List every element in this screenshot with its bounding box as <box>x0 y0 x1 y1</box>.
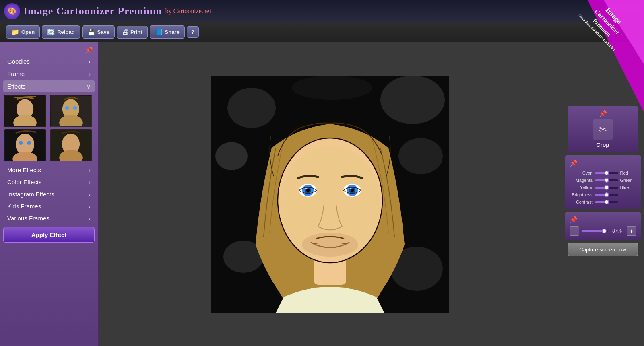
capture-screen-button[interactable]: Capture screen now <box>568 243 638 256</box>
svg-point-7 <box>65 106 69 110</box>
zoom-controls: − 87% + <box>570 226 636 236</box>
thumbnail-1[interactable] <box>4 95 46 127</box>
zoom-panel-pin-icon: 📌 <box>570 216 578 224</box>
sidebar-item-instagram-effects[interactable]: Instagram Effects › <box>3 188 95 200</box>
window-controls: — □ ✕ <box>606 4 640 12</box>
canvas-area <box>99 42 561 346</box>
maximize-button[interactable]: □ <box>618 4 628 12</box>
color-adjustment-panel: 📌 Cyan Red Magenta Green <box>565 155 641 209</box>
svg-rect-27 <box>314 253 346 285</box>
app-subtitle: by Cartoonize.net <box>165 8 211 15</box>
thumb-face-4 <box>51 129 91 161</box>
sidebar-item-more-effects[interactable]: More Effects › <box>3 164 95 176</box>
chevron-down-icon: ∨ <box>87 83 91 90</box>
save-icon: 💾 <box>87 28 95 36</box>
chevron-right-icon: › <box>89 179 91 185</box>
crop-label: Crop <box>596 142 609 148</box>
help-button[interactable]: ? <box>187 26 199 38</box>
main-layout: 📌 Goodies › Frame › Effects ∨ <box>0 42 644 346</box>
yellow-label: Yellow <box>570 185 593 190</box>
svg-point-37 <box>350 188 352 189</box>
cyan-label: Cyan <box>570 171 593 175</box>
svg-point-8 <box>73 106 77 110</box>
main-image[interactable] <box>211 76 449 313</box>
chevron-right-icon: › <box>89 167 91 173</box>
toolbar: 📁 Open 🔄 Reload 💾 Save 🖨 Print 📘 Share ? <box>0 22 644 42</box>
thumb-face-2 <box>51 95 91 127</box>
sidebar-item-kids-frames[interactable]: Kids Frames › <box>3 200 95 212</box>
zoom-in-button[interactable]: + <box>627 226 636 236</box>
sidebar-item-various-frames[interactable]: Various Frames › <box>3 212 95 224</box>
portrait-svg <box>211 76 449 313</box>
thumbnail-2[interactable] <box>50 95 92 127</box>
sidebar-item-goodies[interactable]: Goodies › <box>3 56 95 67</box>
app-logo: 🎨 <box>4 3 20 19</box>
magenta-green-slider-row: Magenta Green <box>570 178 636 183</box>
sidebar: 📌 Goodies › Frame › Effects ∨ <box>0 42 99 346</box>
green-label: Green <box>620 178 636 183</box>
sidebar-item-frame[interactable]: Frame › <box>3 68 95 80</box>
right-panel: 📌 ✂ Crop 📌 Cyan Red Magenta <box>561 42 644 346</box>
svg-point-21 <box>398 138 443 174</box>
chevron-right-icon: › <box>89 191 91 198</box>
thumb-face-1 <box>5 95 45 127</box>
save-button[interactable]: 💾 Save <box>82 25 115 39</box>
blue-label: Blue <box>620 185 636 190</box>
svg-point-20 <box>215 142 248 170</box>
svg-point-19 <box>380 76 445 124</box>
app-title: Image Cartoonizer Premium <box>23 5 162 17</box>
zoom-slider-container <box>582 230 608 232</box>
reload-button[interactable]: 🔄 Reload <box>42 25 80 39</box>
thumbnail-4[interactable] <box>50 129 92 161</box>
open-icon: 📁 <box>11 28 19 36</box>
open-button[interactable]: 📁 Open <box>6 25 40 39</box>
red-label: Red <box>620 171 636 175</box>
apply-effect-button[interactable]: Apply Effect <box>3 227 95 243</box>
color-panel-header: 📌 <box>570 159 636 167</box>
logo-icon: 🎨 <box>8 7 17 16</box>
yellow-blue-track <box>595 187 618 189</box>
svg-point-12 <box>19 141 23 145</box>
cyan-red-track <box>595 172 618 174</box>
sidebar-header: 📌 <box>3 45 95 55</box>
svg-point-24 <box>292 76 372 100</box>
chevron-right-icon: › <box>89 203 91 210</box>
magenta-label: Magenta <box>570 178 593 183</box>
brightness-track <box>595 194 618 196</box>
svg-point-13 <box>27 141 31 145</box>
magenta-green-track <box>595 179 618 181</box>
share-icon: 📘 <box>155 28 163 36</box>
close-button[interactable]: ✕ <box>630 4 640 12</box>
chevron-right-icon: › <box>89 58 91 65</box>
reload-icon: 🔄 <box>47 28 55 36</box>
zoom-in-icon: + <box>630 228 633 234</box>
sidebar-item-effects[interactable]: Effects ∨ <box>3 80 95 92</box>
minimize-button[interactable]: — <box>606 4 616 12</box>
contrast-label: Contrast <box>570 200 593 204</box>
zoom-out-button[interactable]: − <box>570 226 579 236</box>
cyan-red-slider-row: Cyan Red <box>570 171 636 175</box>
print-button[interactable]: 🖨 Print <box>117 26 148 39</box>
sidebar-item-color-effects[interactable]: Color Effects › <box>3 176 95 188</box>
svg-point-18 <box>227 88 276 128</box>
thumbnails-grid <box>3 93 95 163</box>
zoom-panel: 📌 − 87% + <box>565 212 641 240</box>
thumbnail-3[interactable] <box>4 129 46 161</box>
zoom-panel-header: 📌 <box>570 216 636 224</box>
contrast-track <box>595 201 618 203</box>
zoom-out-icon: − <box>572 228 576 234</box>
effects-submenu: More Effects › Color Effects › Instagram… <box>3 164 95 224</box>
crop-section: 📌 ✂ Crop <box>568 106 638 152</box>
brightness-label: Brightness <box>570 192 593 197</box>
share-button[interactable]: 📘 Share <box>150 25 185 39</box>
svg-point-32 <box>305 188 308 189</box>
crop-icon: ✂ <box>599 124 607 135</box>
title-bar: 🎨 Image Cartoonizer Premium by Cartooniz… <box>0 0 644 22</box>
crop-panel-pin-icon: 📌 <box>599 110 607 117</box>
contrast-slider-row: Contrast <box>570 200 636 204</box>
zoom-value: 87% <box>610 228 624 234</box>
sidebar-pin-icon[interactable]: 📌 <box>85 46 93 54</box>
color-panel-pin-icon: 📌 <box>570 159 578 167</box>
crop-button[interactable]: ✂ <box>593 119 613 140</box>
chevron-right-icon: › <box>89 71 91 77</box>
